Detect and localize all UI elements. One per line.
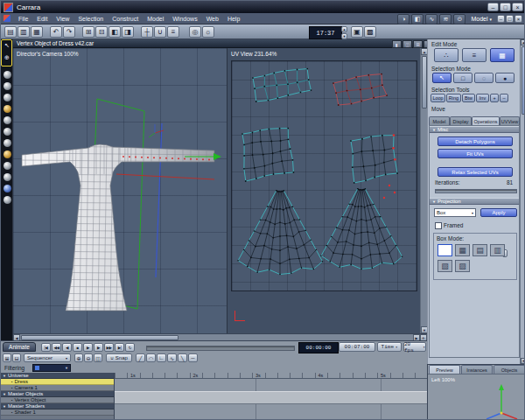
gear-icon[interactable]: ⊙ (453, 14, 466, 24)
snap-grid-icon[interactable]: ⊟ (95, 26, 108, 38)
fit-uvs-button[interactable]: Fit UVs (438, 149, 513, 158)
prev-key-button[interactable]: ◀◀ (52, 343, 61, 352)
plane-xy-icon[interactable]: ◧ (108, 26, 121, 38)
tree-row-master-objects[interactable]: ▼Master Objects (1, 391, 114, 397)
menu-windows[interactable]: Windows (168, 13, 201, 24)
tab-preview[interactable]: Preview (429, 365, 460, 374)
timeline-tracks[interactable] (115, 379, 427, 420)
box-mode-cross[interactable]: ▨ (455, 260, 470, 272)
axis-icon[interactable]: ┼ (141, 26, 153, 38)
minimize-button-small[interactable]: – (497, 15, 505, 23)
vertex-mode-button[interactable]: ∴ (434, 48, 458, 62)
camera-icon[interactable]: ◎ (189, 26, 201, 38)
save-icon[interactable]: ▦ (31, 26, 43, 38)
iterations-slider[interactable] (435, 189, 517, 193)
loop-button[interactable]: ↻ (125, 343, 135, 352)
fit-timeline-icon[interactable]: ◫ (94, 354, 102, 362)
tool-sphere-5[interactable] (4, 116, 11, 124)
layout-split-icon[interactable]: ◫ (402, 40, 412, 48)
sequencer-dropdown[interactable]: Sequencer▾ (24, 354, 71, 362)
clock-spinner[interactable]: ▲▼ (341, 26, 347, 38)
selection-tool-loop[interactable]: Loop (430, 94, 445, 102)
wireframe-icon[interactable]: ◧ (411, 14, 424, 24)
add-track-icon[interactable]: ⊞ (3, 354, 11, 362)
menu-web[interactable]: Web (202, 13, 223, 24)
render-icon[interactable]: ◑ (397, 14, 410, 24)
remove-track-icon[interactable]: ⊟ (12, 354, 21, 362)
zoom-out-icon[interactable]: ⊖ (84, 354, 93, 362)
menu-view[interactable]: View (52, 13, 74, 24)
plane-yz-icon[interactable]: ◨ (122, 26, 134, 38)
tree-row-vertex-object[interactable]: ▪Vertex Object (1, 397, 114, 403)
ruler-icon[interactable]: ≡ (167, 26, 179, 38)
grid-icon[interactable]: ⊞ (82, 26, 94, 38)
current-time-field[interactable]: 00:00:00 (298, 342, 339, 354)
detach-polygons-button[interactable]: Detach Polygons (438, 136, 513, 146)
rect-select-button[interactable]: □ (453, 73, 472, 83)
open-icon[interactable]: ▥ (18, 26, 30, 38)
tool-sphere-11[interactable] (4, 185, 11, 192)
tool-sphere-2[interactable] (4, 82, 11, 90)
tool-sphere-6[interactable] (4, 128, 11, 136)
projection-type-dropdown[interactable]: Box ▾ (434, 208, 476, 217)
tab-objects[interactable]: Objects (494, 365, 525, 374)
stop-button[interactable]: ■ (73, 343, 82, 352)
fps-dropdown[interactable]: 20 fps▾ (403, 342, 426, 352)
viewport-vertical-scrollbar[interactable]: ▲ ▼ (420, 48, 427, 333)
magnet-icon[interactable]: ∪ (154, 26, 166, 38)
tab-display[interactable]: Display (450, 116, 472, 125)
relax-uvs-button[interactable]: Relax Selected UVs (438, 167, 513, 177)
framed-checkbox[interactable] (435, 222, 442, 229)
end-time-field[interactable]: 00:07:00 (339, 342, 375, 352)
lasso-select-button[interactable]: ◌ (474, 73, 494, 83)
menu-file[interactable]: File (14, 13, 32, 24)
panel-scrollbar[interactable]: ▲ ▼ (520, 39, 525, 364)
discrete-key-icon[interactable]: ╲ (178, 354, 187, 362)
box-mode-rows[interactable]: ▤ (472, 244, 487, 256)
flat-key-icon[interactable]: ─ (188, 354, 198, 362)
close-button[interactable]: × (512, 3, 523, 11)
tool-sphere-12[interactable] (4, 196, 11, 204)
selection-tool-btw[interactable]: Btw (462, 94, 475, 102)
box-mode-cols[interactable]: ▥ (490, 244, 505, 256)
step-key-icon[interactable]: ∟ (157, 354, 166, 362)
uv-canvas[interactable] (231, 60, 417, 291)
next-key-button[interactable]: ▶▶ (104, 343, 114, 352)
expand-triangle-icon[interactable]: ▼ (3, 374, 6, 378)
menu-model[interactable]: Model (143, 13, 168, 24)
time-scrubber[interactable] (146, 346, 295, 351)
tree-row-universe[interactable]: ▼Universe (1, 373, 114, 379)
menu-selection[interactable]: Selection (74, 13, 108, 24)
menu-help[interactable]: Help (223, 13, 244, 24)
preview-content[interactable]: Left 100% (428, 374, 525, 420)
bezier-key-icon[interactable]: ∿ (167, 354, 177, 362)
selection-tool-+[interactable]: + (490, 94, 499, 102)
tool-sphere-8[interactable] (4, 150, 11, 158)
maximize-button[interactable]: □ (500, 3, 511, 11)
menu-construct[interactable]: Construct (108, 13, 143, 24)
workspace-selector[interactable]: Model ▾ (467, 16, 495, 22)
linear-key-icon[interactable]: ╱ (136, 354, 145, 362)
tab-uvview[interactable]: UVView (500, 116, 520, 125)
tool-sphere-4[interactable] (4, 105, 11, 113)
pen-icon[interactable]: ∿ (425, 14, 438, 24)
smooth-key-icon[interactable]: ◠ (146, 354, 156, 362)
tab-model[interactable]: Model (429, 116, 450, 125)
step-back-button[interactable]: ◀ (62, 343, 72, 352)
layout-single-icon[interactable]: ▮ (392, 40, 402, 48)
timeline-ruler[interactable]: 1s2s3s4s5s (115, 373, 427, 379)
undo-icon[interactable]: ↶ (50, 26, 62, 38)
tab-instances[interactable]: Instances (461, 365, 493, 374)
tree-row-dress[interactable]: ▪Dress (1, 379, 114, 385)
tool-sphere-1[interactable] (4, 71, 11, 79)
translate-handle-icon[interactable] (214, 153, 221, 160)
render-settings-icon[interactable]: ▩ (364, 26, 376, 38)
tree-row-shader-1[interactable]: ▪Shader 1 (1, 410, 114, 416)
go-end-button[interactable]: ▶| (115, 343, 124, 352)
box-mode-diag[interactable]: ▧ (438, 260, 452, 272)
selection-tool-ring[interactable]: Ring (446, 94, 461, 102)
go-start-button[interactable]: |◀ (41, 343, 51, 352)
zoom-in-icon[interactable]: ⊕ (74, 354, 83, 362)
layout-quad-icon[interactable]: ⊞ (413, 40, 423, 48)
misc-section-header[interactable]: ▼Misc (430, 126, 519, 133)
